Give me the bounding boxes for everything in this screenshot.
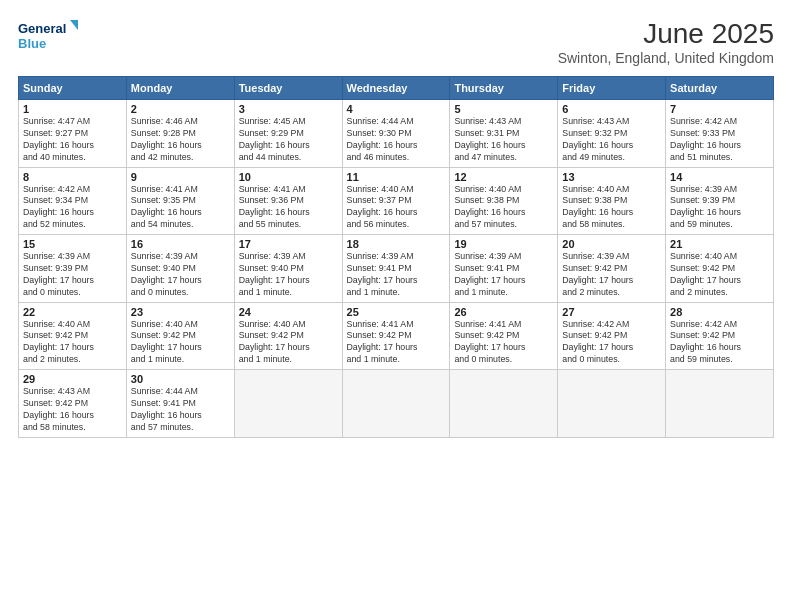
day-info: Sunrise: 4:40 AMSunset: 9:42 PMDaylight:…	[23, 319, 122, 367]
calendar-header: Sunday Monday Tuesday Wednesday Thursday…	[19, 77, 774, 100]
calendar-cell: 6Sunrise: 4:43 AMSunset: 9:32 PMDaylight…	[558, 100, 666, 168]
day-info: Sunrise: 4:39 AMSunset: 9:41 PMDaylight:…	[347, 251, 446, 299]
page: General Blue June 2025 Swinton, England,…	[0, 0, 792, 612]
day-info: Sunrise: 4:40 AMSunset: 9:37 PMDaylight:…	[347, 184, 446, 232]
day-number: 14	[670, 171, 769, 183]
day-info: Sunrise: 4:40 AMSunset: 9:38 PMDaylight:…	[454, 184, 553, 232]
header: General Blue June 2025 Swinton, England,…	[18, 18, 774, 66]
svg-text:Blue: Blue	[18, 36, 46, 51]
calendar-cell: 12Sunrise: 4:40 AMSunset: 9:38 PMDayligh…	[450, 167, 558, 235]
calendar-cell: 20Sunrise: 4:39 AMSunset: 9:42 PMDayligh…	[558, 235, 666, 303]
day-number: 5	[454, 103, 553, 115]
day-number: 28	[670, 306, 769, 318]
calendar-cell: 16Sunrise: 4:39 AMSunset: 9:40 PMDayligh…	[126, 235, 234, 303]
calendar-cell: 25Sunrise: 4:41 AMSunset: 9:42 PMDayligh…	[342, 302, 450, 370]
day-number: 10	[239, 171, 338, 183]
day-info: Sunrise: 4:42 AMSunset: 9:42 PMDaylight:…	[670, 319, 769, 367]
calendar-cell: 13Sunrise: 4:40 AMSunset: 9:38 PMDayligh…	[558, 167, 666, 235]
calendar-cell: 2Sunrise: 4:46 AMSunset: 9:28 PMDaylight…	[126, 100, 234, 168]
calendar-cell: 10Sunrise: 4:41 AMSunset: 9:36 PMDayligh…	[234, 167, 342, 235]
title-block: June 2025 Swinton, England, United Kingd…	[558, 18, 774, 66]
col-friday: Friday	[558, 77, 666, 100]
day-number: 3	[239, 103, 338, 115]
day-info: Sunrise: 4:39 AMSunset: 9:40 PMDaylight:…	[131, 251, 230, 299]
calendar-cell: 15Sunrise: 4:39 AMSunset: 9:39 PMDayligh…	[19, 235, 127, 303]
day-info: Sunrise: 4:39 AMSunset: 9:41 PMDaylight:…	[454, 251, 553, 299]
day-info: Sunrise: 4:42 AMSunset: 9:33 PMDaylight:…	[670, 116, 769, 164]
day-number: 9	[131, 171, 230, 183]
logo: General Blue	[18, 18, 78, 54]
calendar-cell: 18Sunrise: 4:39 AMSunset: 9:41 PMDayligh…	[342, 235, 450, 303]
day-info: Sunrise: 4:42 AMSunset: 9:34 PMDaylight:…	[23, 184, 122, 232]
day-number: 11	[347, 171, 446, 183]
day-number: 19	[454, 238, 553, 250]
day-number: 25	[347, 306, 446, 318]
day-info: Sunrise: 4:41 AMSunset: 9:36 PMDaylight:…	[239, 184, 338, 232]
day-info: Sunrise: 4:43 AMSunset: 9:31 PMDaylight:…	[454, 116, 553, 164]
calendar-cell: 24Sunrise: 4:40 AMSunset: 9:42 PMDayligh…	[234, 302, 342, 370]
day-number: 6	[562, 103, 661, 115]
calendar-cell: 4Sunrise: 4:44 AMSunset: 9:30 PMDaylight…	[342, 100, 450, 168]
day-info: Sunrise: 4:40 AMSunset: 9:38 PMDaylight:…	[562, 184, 661, 232]
day-info: Sunrise: 4:39 AMSunset: 9:42 PMDaylight:…	[562, 251, 661, 299]
calendar-cell	[450, 370, 558, 438]
day-info: Sunrise: 4:41 AMSunset: 9:42 PMDaylight:…	[454, 319, 553, 367]
calendar-cell: 1Sunrise: 4:47 AMSunset: 9:27 PMDaylight…	[19, 100, 127, 168]
col-tuesday: Tuesday	[234, 77, 342, 100]
day-number: 12	[454, 171, 553, 183]
day-number: 21	[670, 238, 769, 250]
logo-svg: General Blue	[18, 18, 78, 54]
calendar-cell: 26Sunrise: 4:41 AMSunset: 9:42 PMDayligh…	[450, 302, 558, 370]
day-info: Sunrise: 4:44 AMSunset: 9:30 PMDaylight:…	[347, 116, 446, 164]
day-number: 15	[23, 238, 122, 250]
day-number: 18	[347, 238, 446, 250]
day-number: 13	[562, 171, 661, 183]
day-info: Sunrise: 4:44 AMSunset: 9:41 PMDaylight:…	[131, 386, 230, 434]
day-number: 7	[670, 103, 769, 115]
calendar-cell: 30Sunrise: 4:44 AMSunset: 9:41 PMDayligh…	[126, 370, 234, 438]
calendar-cell: 23Sunrise: 4:40 AMSunset: 9:42 PMDayligh…	[126, 302, 234, 370]
calendar-body: 1Sunrise: 4:47 AMSunset: 9:27 PMDaylight…	[19, 100, 774, 438]
day-number: 29	[23, 373, 122, 385]
day-number: 1	[23, 103, 122, 115]
day-number: 24	[239, 306, 338, 318]
calendar-subtitle: Swinton, England, United Kingdom	[558, 50, 774, 66]
calendar-cell: 14Sunrise: 4:39 AMSunset: 9:39 PMDayligh…	[666, 167, 774, 235]
col-thursday: Thursday	[450, 77, 558, 100]
calendar-cell: 17Sunrise: 4:39 AMSunset: 9:40 PMDayligh…	[234, 235, 342, 303]
day-number: 2	[131, 103, 230, 115]
day-number: 27	[562, 306, 661, 318]
calendar-cell	[558, 370, 666, 438]
day-number: 26	[454, 306, 553, 318]
day-number: 30	[131, 373, 230, 385]
col-sunday: Sunday	[19, 77, 127, 100]
svg-marker-2	[70, 20, 78, 30]
calendar-table: Sunday Monday Tuesday Wednesday Thursday…	[18, 76, 774, 438]
calendar-cell: 9Sunrise: 4:41 AMSunset: 9:35 PMDaylight…	[126, 167, 234, 235]
col-wednesday: Wednesday	[342, 77, 450, 100]
calendar-cell: 3Sunrise: 4:45 AMSunset: 9:29 PMDaylight…	[234, 100, 342, 168]
day-info: Sunrise: 4:39 AMSunset: 9:40 PMDaylight:…	[239, 251, 338, 299]
day-number: 23	[131, 306, 230, 318]
calendar-cell: 5Sunrise: 4:43 AMSunset: 9:31 PMDaylight…	[450, 100, 558, 168]
day-info: Sunrise: 4:40 AMSunset: 9:42 PMDaylight:…	[131, 319, 230, 367]
day-number: 8	[23, 171, 122, 183]
calendar-cell: 28Sunrise: 4:42 AMSunset: 9:42 PMDayligh…	[666, 302, 774, 370]
day-info: Sunrise: 4:41 AMSunset: 9:35 PMDaylight:…	[131, 184, 230, 232]
day-info: Sunrise: 4:43 AMSunset: 9:32 PMDaylight:…	[562, 116, 661, 164]
day-info: Sunrise: 4:43 AMSunset: 9:42 PMDaylight:…	[23, 386, 122, 434]
day-info: Sunrise: 4:47 AMSunset: 9:27 PMDaylight:…	[23, 116, 122, 164]
calendar-cell: 27Sunrise: 4:42 AMSunset: 9:42 PMDayligh…	[558, 302, 666, 370]
day-info: Sunrise: 4:45 AMSunset: 9:29 PMDaylight:…	[239, 116, 338, 164]
col-monday: Monday	[126, 77, 234, 100]
calendar-cell	[234, 370, 342, 438]
day-number: 17	[239, 238, 338, 250]
calendar-cell: 7Sunrise: 4:42 AMSunset: 9:33 PMDaylight…	[666, 100, 774, 168]
day-info: Sunrise: 4:40 AMSunset: 9:42 PMDaylight:…	[239, 319, 338, 367]
day-info: Sunrise: 4:42 AMSunset: 9:42 PMDaylight:…	[562, 319, 661, 367]
calendar-cell: 29Sunrise: 4:43 AMSunset: 9:42 PMDayligh…	[19, 370, 127, 438]
calendar-cell	[342, 370, 450, 438]
calendar-cell	[666, 370, 774, 438]
calendar-cell: 22Sunrise: 4:40 AMSunset: 9:42 PMDayligh…	[19, 302, 127, 370]
calendar-cell: 11Sunrise: 4:40 AMSunset: 9:37 PMDayligh…	[342, 167, 450, 235]
